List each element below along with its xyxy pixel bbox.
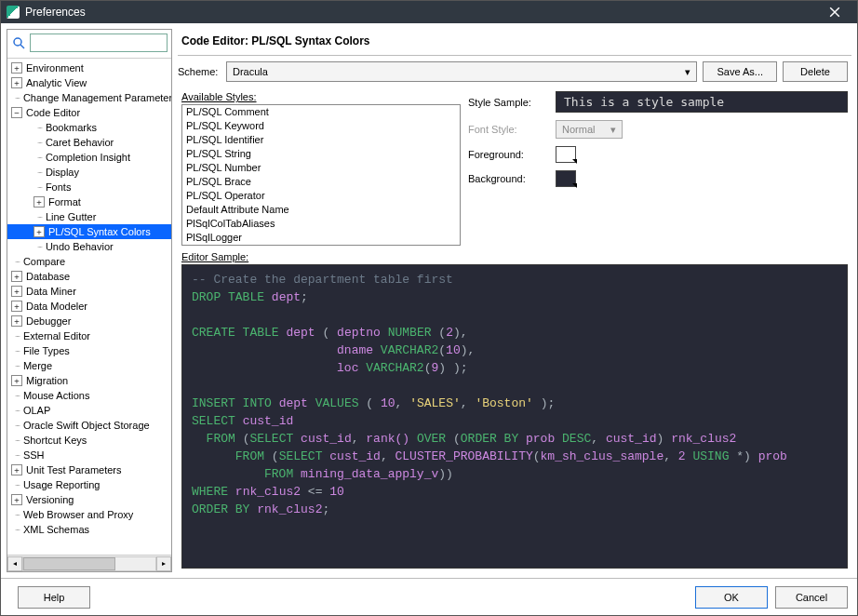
tree-item-label: Migration: [26, 375, 68, 386]
tree-hscrollbar[interactable]: ◂ ▸: [7, 555, 171, 571]
search-input[interactable]: [30, 33, 168, 52]
leaf-icon: ····: [37, 154, 42, 162]
tree-item-data-modeler[interactable]: +Data Modeler: [7, 299, 171, 314]
tree-item-database[interactable]: +Database: [7, 269, 171, 284]
tree-item-code-editor[interactable]: −Code Editor: [7, 105, 171, 120]
leaf-icon: ····: [15, 332, 20, 341]
tree-item-caret-behavior[interactable]: ····Caret Behavior: [7, 135, 171, 150]
tree-item-label: Display: [46, 167, 79, 178]
tree-item-olap[interactable]: ····OLAP: [7, 403, 171, 418]
tree-item-change-management-parameters[interactable]: ····Change Management Parameters: [7, 90, 171, 105]
tree-item-analytic-view[interactable]: +Analytic View: [7, 75, 171, 90]
close-button[interactable]: [818, 1, 851, 23]
scroll-track[interactable]: [22, 556, 156, 571]
style-item[interactable]: PlSqlLogger: [182, 231, 460, 245]
tree-item-display[interactable]: ····Display: [7, 165, 171, 180]
expand-icon[interactable]: +: [34, 196, 45, 208]
available-styles-list[interactable]: PL/SQL CommentPL/SQL KeywordPL/SQL Ident…: [181, 104, 461, 246]
style-item[interactable]: PL/SQL Identifier: [182, 133, 460, 147]
scroll-thumb[interactable]: [23, 557, 115, 570]
scheme-row: Scheme: Dracula ▾ Save As... Delete: [178, 61, 851, 91]
tree-item-ssh[interactable]: ····SSH: [7, 448, 171, 462]
leaf-icon: ····: [37, 168, 42, 177]
tree-item-migration[interactable]: +Migration: [7, 373, 171, 388]
style-item[interactable]: PL/SQL Keyword: [182, 119, 460, 133]
tree-item-bookmarks[interactable]: ····Bookmarks: [7, 120, 171, 135]
available-styles-col: Available Styles: PL/SQL CommentPL/SQL K…: [181, 91, 461, 246]
scheme-value: Dracula: [233, 66, 268, 77]
style-sample-box: This is a style sample: [556, 91, 848, 113]
tree-item-label: Undo Behavior: [46, 241, 114, 252]
tree-item-xml-schemas[interactable]: ····XML Schemas: [7, 522, 171, 537]
style-item[interactable]: PL/SQL Brace: [182, 175, 460, 189]
tree-item-debugger[interactable]: +Debugger: [7, 314, 171, 328]
expand-icon[interactable]: +: [11, 464, 22, 475]
tree-item-label: Unit Test Parameters: [26, 464, 122, 475]
style-item[interactable]: PlSqlColTabAliases: [182, 217, 460, 231]
ok-button[interactable]: OK: [695, 586, 768, 609]
tree-item-compare[interactable]: ····Compare: [7, 254, 171, 269]
style-item[interactable]: PL/SQL Number: [182, 161, 460, 175]
delete-button[interactable]: Delete: [783, 61, 848, 82]
tree-item-completion-insight[interactable]: ····Completion Insight: [7, 150, 171, 165]
style-item[interactable]: Default Attribute Name: [182, 203, 460, 217]
tree-item-oracle-swift-object-storage[interactable]: ····Oracle Swift Object Storage: [7, 418, 171, 433]
tree-item-versioning[interactable]: +Versioning: [7, 492, 171, 507]
leaf-icon: ····: [15, 436, 20, 445]
scheme-select[interactable]: Dracula ▾: [226, 61, 697, 82]
tree-item-label: Oracle Swift Object Storage: [23, 420, 150, 431]
tree-item-mouse-actions[interactable]: ····Mouse Actions: [7, 388, 171, 403]
background-swatch[interactable]: [556, 170, 576, 187]
expand-icon[interactable]: +: [11, 77, 22, 88]
tree-item-label: Compare: [23, 256, 65, 267]
svg-line-3: [20, 45, 24, 48]
nav-tree[interactable]: +Environment+Analytic View····Change Man…: [7, 59, 171, 555]
tree-item-label: Code Editor: [26, 107, 80, 118]
tree-item-web-browser-and-proxy[interactable]: ····Web Browser and Proxy: [7, 507, 171, 522]
expand-icon[interactable]: +: [11, 271, 22, 282]
font-style-select: Normal ▾: [556, 120, 623, 139]
expand-icon[interactable]: +: [34, 226, 45, 237]
leaf-icon: ····: [37, 213, 42, 221]
style-item[interactable]: PL/SQL Operator: [182, 189, 460, 203]
tree-item-file-types[interactable]: ····File Types: [7, 343, 171, 358]
tree-item-label: Environment: [26, 62, 84, 74]
tree-item-shortcut-keys[interactable]: ····Shortcut Keys: [7, 433, 171, 448]
leaf-icon: ····: [15, 347, 20, 355]
expand-icon[interactable]: +: [11, 62, 22, 74]
style-item[interactable]: PL/SQL String: [182, 147, 460, 161]
expand-icon[interactable]: +: [11, 315, 22, 327]
tree-item-label: Fonts: [46, 181, 72, 193]
style-config: Available Styles: PL/SQL CommentPL/SQL K…: [178, 91, 851, 246]
tree-item-unit-test-parameters[interactable]: +Unit Test Parameters: [7, 462, 171, 477]
tree-item-environment[interactable]: +Environment: [7, 60, 171, 75]
tree-item-line-gutter[interactable]: ····Line Gutter: [7, 209, 171, 224]
scroll-left-icon[interactable]: ◂: [7, 556, 22, 571]
cancel-button[interactable]: Cancel: [775, 586, 848, 609]
expand-icon[interactable]: +: [11, 301, 22, 312]
scroll-right-icon[interactable]: ▸: [156, 556, 171, 571]
tree-item-merge[interactable]: ····Merge: [7, 358, 171, 373]
tree-item-label: Usage Reporting: [23, 479, 101, 490]
expand-icon[interactable]: +: [11, 375, 22, 386]
tree-item-usage-reporting[interactable]: ····Usage Reporting: [7, 477, 171, 492]
tree-item-format[interactable]: +Format: [7, 194, 171, 209]
background-label: Background:: [468, 173, 548, 184]
help-button[interactable]: Help: [18, 586, 90, 609]
leaf-icon: ····: [15, 481, 20, 489]
style-item[interactable]: PL/SQL Comment: [182, 105, 460, 119]
scheme-label: Scheme:: [178, 66, 221, 77]
available-styles-label: Available Styles:: [181, 91, 461, 102]
tree-item-external-editor[interactable]: ····External Editor: [7, 328, 171, 343]
style-props-col: Style Sample: This is a style sample Fon…: [468, 91, 848, 246]
save-as-button[interactable]: Save As...: [703, 61, 777, 82]
tree-item-pl-sql-syntax-colors[interactable]: +PL/SQL Syntax Colors: [7, 224, 171, 239]
collapse-icon[interactable]: −: [11, 107, 22, 118]
tree-item-undo-behavior[interactable]: ····Undo Behavior: [7, 239, 171, 254]
foreground-swatch[interactable]: [556, 146, 576, 163]
expand-icon[interactable]: +: [11, 286, 22, 297]
tree-item-data-miner[interactable]: +Data Miner: [7, 284, 171, 299]
expand-icon[interactable]: +: [11, 494, 22, 505]
tree-item-fonts[interactable]: ····Fonts: [7, 180, 171, 194]
tree-item-label: Bookmarks: [46, 122, 97, 133]
